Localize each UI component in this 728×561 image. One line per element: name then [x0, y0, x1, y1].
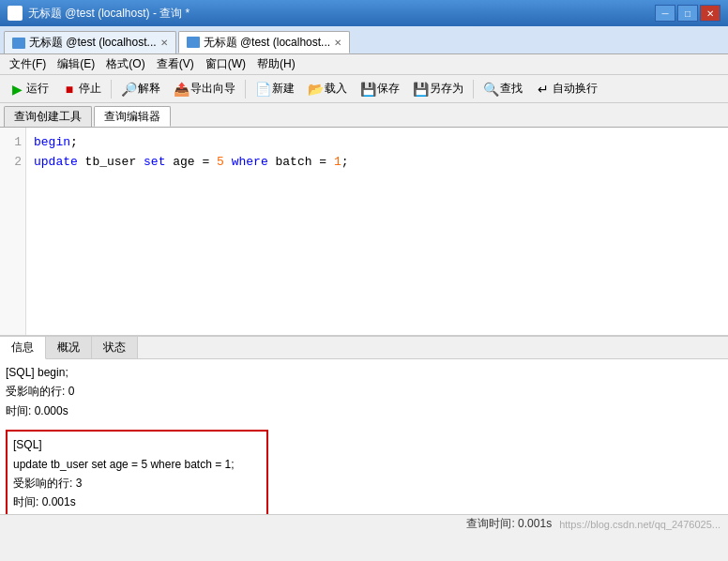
query-time: 查询时间: 0.001s [466, 516, 552, 532]
autowrap-label: 自动换行 [553, 81, 598, 97]
tab-2-label: 无标题 @test (localhost... [204, 35, 331, 51]
line-numbers: 1 2 [0, 128, 26, 335]
tab-2-icon [187, 37, 200, 48]
window-title: 无标题 @test (localhost) - 查询 * [28, 6, 190, 22]
menu-edit[interactable]: 编辑(E) [52, 55, 100, 73]
run-button[interactable]: ▶ 运行 [4, 78, 54, 99]
save-icon: 💾 [360, 82, 375, 97]
line-num-1: 1 [4, 133, 22, 153]
explain-icon: 🔎 [121, 82, 136, 97]
editor-content[interactable]: begin; update tb_user set age = 5 where … [26, 128, 728, 335]
autowrap-icon: ↵ [536, 82, 551, 97]
minimize-button[interactable]: ─ [655, 5, 675, 22]
find-icon: 🔍 [483, 82, 498, 97]
menu-view[interactable]: 查看(V) [151, 55, 200, 73]
load-icon: 📂 [308, 82, 323, 97]
sub-tab-editor-label: 查询编辑器 [104, 109, 160, 125]
close-button[interactable]: ✕ [700, 5, 720, 22]
explain-label: 解释 [138, 81, 160, 97]
tab-1-icon [12, 38, 25, 49]
tab-1-close[interactable]: ✕ [160, 38, 168, 48]
result-block-1: [SQL] begin; 受影响的行: 0 时间: 0.000s [6, 363, 722, 420]
run-icon: ▶ [9, 82, 24, 97]
result-block-2-line-2: update tb_user set age = 5 where batch =… [13, 455, 261, 474]
status-bar: 查询时间: 0.001s https://blog.csdn.net/qq_24… [0, 514, 728, 533]
tab-1[interactable]: 无标题 @test (localhost... ✕ [4, 31, 176, 53]
result-tab-status-label: 状态 [103, 340, 126, 356]
saveas-label: 另存为 [430, 81, 463, 97]
find-button[interactable]: 🔍 查找 [478, 78, 528, 99]
sep2 [245, 80, 246, 99]
maximize-button[interactable]: □ [677, 5, 698, 22]
tab-2-close[interactable]: ✕ [334, 38, 341, 48]
stop-label: 停止 [79, 81, 101, 97]
result-block-1-line-2: 受影响的行: 0 [6, 382, 722, 401]
explain-button[interactable]: 🔎 解释 [115, 78, 166, 99]
toolbar: ▶ 运行 ■ 停止 🔎 解释 📤 导出向导 📄 新建 📂 载入 💾 保存 [0, 75, 728, 103]
export-button[interactable]: 📤 导出向导 [168, 78, 241, 99]
saveas-button[interactable]: 💾 另存为 [407, 78, 469, 99]
sub-tab-editor[interactable]: 查询编辑器 [94, 106, 171, 127]
load-button[interactable]: 📂 载入 [302, 78, 353, 99]
run-label: 运行 [26, 81, 49, 97]
result-tab-status[interactable]: 状态 [92, 337, 138, 358]
editor-area[interactable]: 1 2 begin; update tb_user set age = 5 wh… [0, 128, 728, 336]
new-button[interactable]: 📄 新建 [250, 78, 300, 99]
tab-bar: 无标题 @test (localhost... ✕ 无标题 @test (loc… [0, 26, 728, 54]
result-block-1-line-1: [SQL] begin; [6, 363, 722, 382]
export-icon: 📤 [174, 82, 189, 97]
menu-window[interactable]: 窗口(W) [200, 55, 251, 73]
sep1 [111, 80, 112, 99]
result-block-2-line-1: [SQL] [13, 435, 261, 454]
line-num-2: 2 [4, 153, 22, 173]
find-label: 查找 [500, 81, 523, 97]
result-content[interactable]: [SQL] begin; 受影响的行: 0 时间: 0.000s [SQL] u… [0, 359, 728, 514]
saveas-icon: 💾 [413, 82, 428, 97]
tab-2[interactable]: 无标题 @test (localhost... ✕ [178, 31, 351, 53]
save-button[interactable]: 💾 保存 [355, 78, 405, 99]
menu-bar: 文件(F) 编辑(E) 格式(O) 查看(V) 窗口(W) 帮助(H) [0, 54, 728, 75]
save-label: 保存 [377, 81, 400, 97]
stop-button[interactable]: ■ 停止 [56, 78, 107, 99]
result-block-2-line-4: 时间: 0.001s [13, 493, 261, 511]
export-label: 导出向导 [190, 81, 235, 97]
new-label: 新建 [272, 81, 295, 97]
watermark: https://blog.csdn.net/qq_2476025... [559, 519, 720, 530]
result-tab-overview-label: 概况 [57, 340, 80, 356]
result-panel: 信息 概况 状态 [SQL] begin; 受影响的行: 0 时间: 0.000… [0, 336, 728, 514]
app-icon [8, 6, 23, 21]
menu-file[interactable]: 文件(F) [4, 55, 52, 73]
sub-tab-builder[interactable]: 查询创建工具 [4, 106, 92, 127]
load-label: 载入 [325, 81, 347, 97]
result-tab-info-label: 信息 [11, 340, 34, 356]
result-block-2-line-3: 受影响的行: 3 [13, 474, 261, 493]
menu-format[interactable]: 格式(O) [100, 55, 150, 73]
new-icon: 📄 [255, 82, 270, 97]
menu-help[interactable]: 帮助(H) [251, 55, 301, 73]
result-block-2-highlighted: [SQL] update tb_user set age = 5 where b… [6, 430, 268, 514]
tab-1-label: 无标题 @test (localhost... [29, 35, 157, 51]
sub-tab-builder-label: 查询创建工具 [14, 109, 82, 125]
result-tab-overview[interactable]: 概况 [46, 337, 92, 358]
result-block-2: [SQL] update tb_user set age = 5 where b… [6, 426, 722, 514]
stop-icon: ■ [62, 82, 77, 97]
result-block-1-line-3: 时间: 0.000s [6, 402, 722, 420]
sep3 [473, 80, 474, 99]
result-tab-info[interactable]: 信息 [0, 337, 46, 359]
title-bar: 无标题 @test (localhost) - 查询 * ─ □ ✕ [0, 0, 728, 26]
result-tabs: 信息 概况 状态 [0, 337, 728, 359]
sub-tab-bar: 查询创建工具 查询编辑器 [0, 103, 728, 128]
autowrap-button[interactable]: ↵ 自动换行 [530, 78, 603, 99]
